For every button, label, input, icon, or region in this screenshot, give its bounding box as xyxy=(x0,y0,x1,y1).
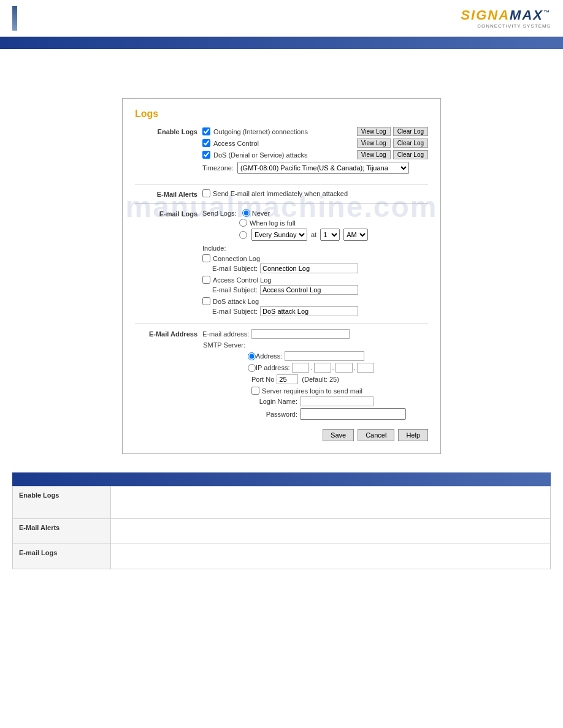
radio-never[interactable] xyxy=(242,209,250,217)
log-row-access: Access Control View Log Clear Log xyxy=(202,138,428,148)
timezone-select[interactable]: (GMT-08:00) Pacific Time(US & Canada); T… xyxy=(237,162,409,174)
ip-part-3[interactable] xyxy=(335,363,353,373)
table-cell-desc-2 xyxy=(111,519,551,544)
email-address-label: E-Mail Address xyxy=(135,329,202,338)
checkbox-access-log[interactable] xyxy=(202,276,210,284)
log-label-outgoing: Outgoing (Internet) connections xyxy=(213,128,354,135)
logo-brand: SIGNA xyxy=(461,7,510,23)
log-row-outgoing: Outgoing (Internet) connections View Log… xyxy=(202,127,428,136)
include-dos: DoS attack Log xyxy=(202,297,428,305)
main-panel: Logs Enable Logs Outgoing (Internet) con… xyxy=(122,98,441,454)
subject-dos-input[interactable] xyxy=(260,306,358,316)
checkbox-connection-log[interactable] xyxy=(202,254,210,262)
checkbox-outgoing[interactable] xyxy=(202,127,210,135)
timezone-label: Timezone: xyxy=(202,164,234,172)
log-row-dos: DoS (Denial or Service) attacks View Log… xyxy=(202,150,428,159)
email-logs-content: Send Logs: Never When log is full Every … xyxy=(202,209,428,319)
port-default: (Default: 25) xyxy=(302,376,339,383)
radio-row-every: Every Sunday at 1 AM xyxy=(239,229,428,241)
login-name-row: Login Name: xyxy=(251,396,428,406)
enable-logs-label: Enable Logs xyxy=(135,127,202,135)
view-log-access[interactable]: View Log xyxy=(357,138,391,148)
checkbox-access[interactable] xyxy=(202,139,210,147)
email-alerts-section: E-Mail Alerts Send E-mail alert immediat… xyxy=(135,189,428,199)
cancel-button[interactable]: Cancel xyxy=(358,429,394,441)
panel-title: Logs xyxy=(135,108,428,119)
dos-log-label: DoS attack Log xyxy=(213,298,259,305)
table-cell-label-2: E-Mail Alerts xyxy=(13,519,111,544)
view-log-dos[interactable]: View Log xyxy=(357,150,391,159)
radio-smtp-ip[interactable] xyxy=(248,364,256,372)
enable-logs-content: Outgoing (Internet) connections View Log… xyxy=(202,127,428,179)
email-alerts-label: E-Mail Alerts xyxy=(135,189,202,198)
subject-access-label: E-mail Subject: xyxy=(212,286,258,294)
port-label: Port No xyxy=(251,376,274,383)
clear-log-outgoing[interactable]: Clear Log xyxy=(393,127,428,136)
ip-inputs: . . . xyxy=(292,363,373,373)
select-day[interactable]: Every Sunday xyxy=(251,229,307,241)
subject-connection-input[interactable] xyxy=(260,264,358,273)
select-hour[interactable]: 1 xyxy=(320,229,340,241)
blue-bar xyxy=(0,37,563,49)
logo-text: SIGNAMAX™ xyxy=(461,7,551,23)
subject-connection: E-mail Subject: xyxy=(212,264,428,273)
port-input[interactable] xyxy=(277,374,298,384)
smtp-ip-label: IP address: xyxy=(256,364,289,371)
include-label: Include: xyxy=(202,245,428,252)
smtp-address-label: Address: xyxy=(256,352,282,360)
email-address-section: E-Mail Address E-mail address: SMTP Serv… xyxy=(135,329,428,422)
send-logs-row: Send Logs: Never xyxy=(202,209,428,217)
subject-access-input[interactable] xyxy=(260,285,358,295)
login-name-input[interactable] xyxy=(300,396,373,406)
log-label-access: Access Control xyxy=(213,140,354,147)
radio-full-label: When log is full xyxy=(250,219,296,227)
smtp-address-row: Address: xyxy=(202,351,428,361)
password-label: Password: xyxy=(251,411,297,418)
help-button[interactable]: Help xyxy=(398,429,428,441)
smtp-label-row: SMTP Server: xyxy=(202,341,428,349)
email-address-content: E-mail address: SMTP Server: Address: xyxy=(202,329,428,422)
logo-subtitle: CONNECTIVITY SYSTEMS xyxy=(477,23,551,29)
checkbox-server-login[interactable] xyxy=(251,387,259,395)
email-addr-label: E-mail address: xyxy=(202,330,249,338)
view-log-outgoing[interactable]: View Log xyxy=(357,127,391,136)
email-addr-input[interactable] xyxy=(251,329,350,339)
include-access: Access Control Log xyxy=(202,276,428,284)
ip-part-1[interactable] xyxy=(292,363,309,373)
clear-log-access[interactable]: Clear Log xyxy=(393,138,428,148)
password-row: Password: xyxy=(251,408,428,420)
checkbox-dos[interactable] xyxy=(202,151,210,159)
radio-smtp-address[interactable] xyxy=(248,352,256,360)
logo: SIGNAMAX™ CONNECTIVITY SYSTEMS xyxy=(461,7,551,29)
email-alerts-content: Send E-mail alert immediately when attac… xyxy=(202,189,428,199)
radio-every[interactable] xyxy=(239,231,247,239)
ip-part-2[interactable] xyxy=(314,363,331,373)
checkbox-dos-log[interactable] xyxy=(202,297,210,305)
email-logs-label: E-mail Logs xyxy=(135,209,202,218)
ip-part-4[interactable] xyxy=(357,363,374,373)
divider-2 xyxy=(135,203,428,204)
checkbox-email-alert[interactable] xyxy=(202,189,210,197)
table-section: Enable Logs E-Mail Alerts E-mail Logs xyxy=(12,472,551,569)
access-log-label: Access Control Log xyxy=(213,276,271,284)
subject-dos: E-mail Subject: xyxy=(212,306,428,316)
save-button[interactable]: Save xyxy=(323,429,354,441)
email-alerts-text: Send E-mail alert immediately when attac… xyxy=(213,190,348,197)
connection-log-label: Connection Log xyxy=(213,255,260,262)
subject-access: E-mail Subject: xyxy=(212,285,428,295)
table-header-bar xyxy=(12,472,551,486)
smtp-address-input[interactable] xyxy=(285,351,364,361)
password-input[interactable] xyxy=(300,408,406,420)
radio-full[interactable] xyxy=(239,219,247,227)
table-row: E-Mail Alerts xyxy=(13,519,551,544)
header: SIGNAMAX™ CONNECTIVITY SYSTEMS xyxy=(0,0,563,37)
email-logs-section: E-mail Logs Send Logs: Never When log is… xyxy=(135,209,428,319)
smtp-ip-row: IP address: . . . xyxy=(202,363,428,373)
clear-log-dos[interactable]: Clear Log xyxy=(393,150,428,159)
divider-1 xyxy=(135,184,428,184)
port-row: Port No (Default: 25) xyxy=(251,374,428,384)
button-row: Save Cancel Help xyxy=(135,429,428,441)
divider-3 xyxy=(135,324,428,324)
log-label-dos: DoS (Denial or Service) attacks xyxy=(213,151,354,159)
select-ampm[interactable]: AM xyxy=(343,229,368,241)
